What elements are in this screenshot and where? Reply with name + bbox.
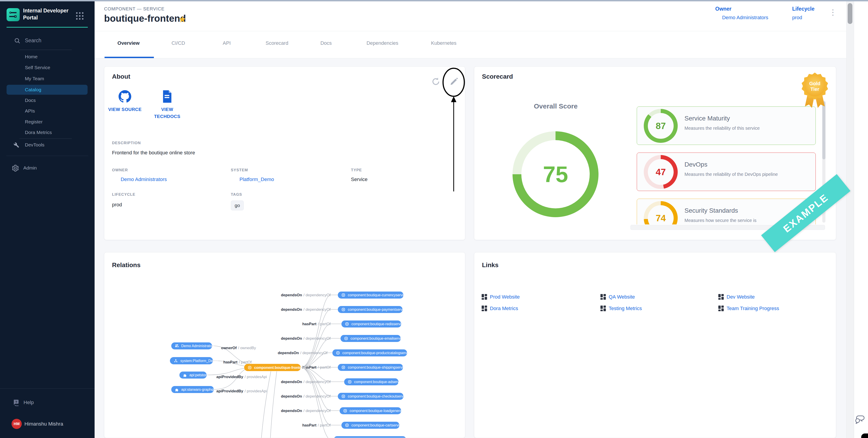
service-maturity-gauge: 87 bbox=[644, 109, 678, 143]
graph-node-paymentservice[interactable]: component:boutique-paymentservice bbox=[338, 306, 407, 313]
sidebar-item-apis[interactable]: APIs bbox=[0, 106, 95, 116]
sidebar-item-docs[interactable]: Docs bbox=[0, 95, 95, 106]
gold-tier-badge: Gold Tier bbox=[801, 72, 829, 100]
owner-link[interactable]: Demo Administrators bbox=[715, 15, 768, 21]
graph-node-productcatalogservice[interactable]: component:boutique-productcatalogservice bbox=[332, 349, 412, 357]
lifecycle-value: prod bbox=[112, 202, 122, 208]
sidebar-item-home[interactable]: Home bbox=[0, 52, 95, 62]
svg-text:api:starwars-graphql: api:starwars-graphql bbox=[181, 388, 214, 392]
svg-text:hasPart/ partOf: hasPart/ partOf bbox=[302, 322, 331, 326]
favorite-star-icon[interactable]: ★ bbox=[178, 14, 186, 25]
graph-node-boutique-frontend[interactable]: component:boutique-frontend bbox=[244, 364, 306, 371]
user-menu[interactable]: HM Himanshu Mishra bbox=[0, 418, 95, 430]
entity-header: COMPONENT — SERVICE boutique-frontend ★ … bbox=[95, 1, 868, 31]
tab-scorecard[interactable]: Scorecard bbox=[266, 40, 288, 46]
system-label: SYSTEM bbox=[231, 168, 248, 172]
svg-text:component:boutique-checkoutser: component:boutique-checkoutservice bbox=[348, 394, 408, 398]
sidebar-item-my-team[interactable]: My Team bbox=[0, 73, 95, 84]
sidebar: Internal Developer Portal Search Home Se… bbox=[0, 1, 95, 438]
svg-text:dependsOn/ dependencyOf: dependsOn/ dependencyOf bbox=[278, 351, 328, 355]
relations-title: Relations bbox=[112, 262, 141, 269]
page-scrollbar[interactable] bbox=[846, 1, 854, 438]
link-prod-website[interactable]: Prod Website bbox=[482, 294, 520, 300]
graph-node-checkoutservice[interactable]: component:boutique-checkoutservice bbox=[338, 393, 408, 400]
svg-text:component:boutique-adservice: component:boutique-adservice bbox=[354, 380, 404, 384]
graph-node-demo-administrators[interactable]: Demo Administrators bbox=[171, 342, 215, 349]
dashboard-icon bbox=[600, 306, 606, 311]
graph-node-cartservice[interactable]: component:boutique-cartservice bbox=[341, 422, 403, 429]
edit-button[interactable] bbox=[449, 77, 459, 87]
tab-dependencies[interactable]: Dependencies bbox=[367, 40, 399, 46]
sidebar-item-self-service[interactable]: Self Service bbox=[0, 62, 95, 73]
link-team-training-progress[interactable]: Team Training Progress bbox=[718, 306, 779, 311]
help-chat-icon: ? bbox=[12, 399, 21, 407]
header-lifecycle: Lifecycle prod bbox=[792, 6, 814, 21]
refresh-button[interactable] bbox=[431, 77, 441, 87]
group-icon bbox=[715, 15, 721, 20]
tab-cicd[interactable]: CI/CD bbox=[172, 40, 185, 46]
dashboard-icon bbox=[718, 294, 724, 300]
score-item-devops[interactable]: 47 DevOps Measures the reliability of th… bbox=[637, 153, 816, 191]
graph-node-api-starwars-graphql[interactable]: api:starwars-graphql bbox=[171, 386, 214, 393]
svg-text:component:boutique-emailservic: component:boutique-emailservice bbox=[350, 337, 405, 340]
tab-docs[interactable]: Docs bbox=[320, 40, 332, 46]
sidebar-item-register[interactable]: Register bbox=[0, 116, 95, 127]
tab-api[interactable]: API bbox=[223, 40, 230, 46]
sidebar-item-devtools[interactable]: DevTools bbox=[0, 140, 95, 150]
score-item-service-maturity[interactable]: 87 Service Maturity Measures the reliabi… bbox=[637, 106, 816, 145]
owner-label: OWNER bbox=[112, 168, 128, 172]
relations-card: Relations ownerOf/ ownedBy hasPart/ part… bbox=[104, 252, 465, 438]
right-rail bbox=[854, 1, 868, 438]
link-dora-metrics[interactable]: Dora Metrics bbox=[482, 306, 518, 311]
graph-node-emailservice[interactable]: component:boutique-emailservice bbox=[341, 335, 405, 342]
svg-text:dependsOn/ dependencyOf: dependsOn/ dependencyOf bbox=[281, 293, 331, 297]
graph-node-currencyservice[interactable]: component:boutique-currencyservice bbox=[338, 292, 407, 299]
graph-node-system-platform-demo[interactable]: system:Platform_Demo bbox=[170, 357, 218, 364]
help-button[interactable]: ? Help bbox=[0, 397, 95, 409]
view-source-link[interactable]: VIEW SOURCE bbox=[106, 90, 144, 113]
graph-node-shippingservice[interactable]: component:boutique-shippingservice bbox=[338, 364, 407, 371]
svg-text:Demo Administrators: Demo Administrators bbox=[181, 344, 215, 348]
svg-text:?: ? bbox=[15, 400, 17, 404]
breadcrumb: COMPONENT — SERVICE bbox=[104, 6, 164, 11]
sidebar-item-admin[interactable]: Admin bbox=[0, 163, 95, 173]
tag-chip-go[interactable]: go bbox=[231, 200, 244, 210]
sidebar-item-catalog[interactable]: Catalog bbox=[0, 85, 95, 95]
link-testing-metrics[interactable]: Testing Metrics bbox=[600, 306, 642, 311]
svg-text:api:petstore: api:petstore bbox=[189, 373, 208, 377]
owner-value-link[interactable]: Demo Administrators bbox=[112, 176, 167, 182]
system-value-link[interactable]: Platform_Demo bbox=[231, 176, 274, 182]
tab-overview[interactable]: Overview bbox=[118, 40, 140, 46]
about-title: About bbox=[112, 73, 130, 80]
about-card: About VIEW SOURCE VIEW TECHDOCS DESCRIPT… bbox=[104, 66, 465, 240]
dashboard-icon bbox=[482, 294, 487, 300]
link-qa-website[interactable]: QA Website bbox=[600, 294, 635, 300]
svg-text:component:boutique-cartservice: component:boutique-cartservice bbox=[351, 423, 403, 427]
svg-text:Tier: Tier bbox=[810, 86, 819, 92]
dashboard-icon bbox=[718, 306, 724, 311]
svg-text:component:boutique-paymentserv: component:boutique-paymentservice bbox=[348, 308, 407, 311]
tab-kubernetes[interactable]: Kubernetes bbox=[431, 40, 457, 46]
apps-grid-icon[interactable] bbox=[76, 12, 84, 20]
overall-score-label: Overall Score bbox=[510, 102, 601, 110]
svg-text:apiProvidedBy/ providesApi: apiProvidedBy/ providesApi bbox=[216, 375, 267, 379]
graph-node-api-petstore[interactable]: api:petstore bbox=[180, 372, 208, 378]
feedback-chat-icon[interactable] bbox=[855, 414, 865, 425]
security-standards-gauge: 74 bbox=[644, 201, 678, 225]
kebab-menu-icon[interactable]: ⋮ bbox=[829, 8, 837, 17]
graph-node-cutoff[interactable] bbox=[334, 436, 406, 438]
svg-text:dependsOn/ dependencyOf: dependsOn/ dependencyOf bbox=[281, 307, 331, 312]
graph-node-redisservice[interactable]: component:boutique-redisservice bbox=[341, 321, 405, 328]
page-title: boutique-frontend bbox=[104, 13, 186, 24]
graph-node-loadgenerator[interactable]: component:boutique-loadgenerator bbox=[340, 407, 406, 414]
page-scrollbar-thumb[interactable] bbox=[848, 3, 852, 24]
links-card: Links Prod Website QA Website Dev Websit… bbox=[474, 252, 836, 438]
sidebar-item-dora-metrics[interactable]: Dora Metrics bbox=[0, 127, 95, 138]
graph-node-adservice[interactable]: component:boutique-adservice bbox=[344, 378, 404, 385]
view-techdocs-link[interactable]: VIEW TECHDOCS bbox=[148, 90, 186, 120]
dashboard-icon bbox=[482, 306, 487, 311]
circuit-logo-icon bbox=[8, 10, 18, 20]
sidebar-search[interactable]: Search bbox=[0, 36, 95, 47]
link-dev-website[interactable]: Dev Website bbox=[718, 294, 755, 300]
devops-gauge: 47 bbox=[644, 155, 678, 189]
